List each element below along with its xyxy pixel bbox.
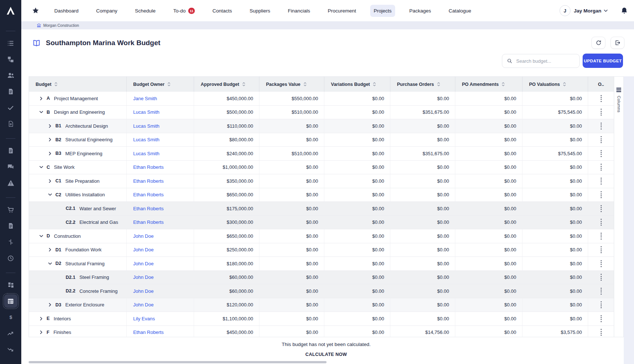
budget-owner-link[interactable]: John Doe: [133, 302, 154, 307]
budget-owner-link[interactable]: Ethan Roberts: [133, 164, 164, 170]
column-header-budget-owner[interactable]: Budget Owner: [127, 77, 194, 92]
table-row-c2-1[interactable]: C2.1Water and SewerEthan Roberts$175,000…: [29, 202, 614, 216]
table-row-c1[interactable]: C1Site PreparationEthan Roberts$350,000.…: [29, 174, 614, 188]
sidebar-item-list[interactable]: [4, 36, 18, 50]
table-row-f[interactable]: FFinishesEthan Roberts$450,000.00$0.00$0…: [29, 326, 614, 337]
sidebar-item-clock[interactable]: [4, 251, 18, 265]
collapse-chevron-icon[interactable]: [47, 193, 52, 197]
collapse-chevron-icon[interactable]: [47, 262, 52, 266]
row-menu-kebab-icon[interactable]: [598, 134, 604, 145]
table-row-c2[interactable]: C2Utilities InstallationEthan Roberts$65…: [29, 188, 614, 202]
expand-chevron-icon[interactable]: [39, 330, 44, 334]
table-row-d[interactable]: DConstructionJohn Doe$650,000.00$0.00$0.…: [29, 229, 614, 243]
chevron-down-icon[interactable]: [604, 10, 608, 12]
nav-item-to-do[interactable]: To-do11: [170, 4, 198, 17]
row-menu-kebab-icon[interactable]: [598, 175, 604, 187]
collapse-chevron-icon[interactable]: [39, 110, 44, 114]
table-row-d1[interactable]: D1Foundation WorkJohn Doe$250,000.00$0.0…: [29, 243, 614, 257]
breadcrumb-company[interactable]: Morgan Construction: [43, 23, 79, 28]
nav-item-schedule[interactable]: Schedule: [131, 5, 159, 17]
columns-panel-tab[interactable]: Columns: [614, 77, 623, 337]
sort-icon[interactable]: [563, 82, 566, 87]
expand-chevron-icon[interactable]: [39, 317, 44, 321]
sidebar-item-dollar[interactable]: $: [4, 310, 18, 324]
table-row-a[interactable]: AProject ManagementJane Smith$450,000.00…: [29, 92, 614, 106]
nav-item-procurement[interactable]: Procurement: [324, 5, 360, 17]
budget-owner-link[interactable]: Jane Smith: [133, 96, 157, 101]
budget-owner-link[interactable]: Ethan Roberts: [133, 178, 164, 184]
column-header-po-amendments[interactable]: PO Amendments: [455, 77, 522, 92]
sidebar-item-hierarchy[interactable]: [4, 52, 18, 66]
budget-owner-link[interactable]: Lucas Smith: [133, 151, 160, 156]
table-row-b1[interactable]: B1Architectural DesignLucas Smith$110,00…: [29, 119, 614, 133]
horizontal-scrollbar[interactable]: [29, 361, 327, 363]
table-row-d2-1[interactable]: D2.1Steel FramingJohn Doe$60,000.00$0.00…: [29, 271, 614, 285]
search-input[interactable]: [516, 58, 581, 64]
export-button[interactable]: [611, 37, 624, 49]
sidebar-item-people[interactable]: [4, 69, 18, 82]
table-row-c2-2[interactable]: C2.2Electrical and GasEthan Roberts$300,…: [29, 216, 614, 230]
sidebar-item-document-2[interactable]: [4, 144, 18, 157]
sort-icon[interactable]: [373, 82, 376, 87]
budget-owner-link[interactable]: Ethan Roberts: [133, 330, 164, 335]
sort-icon[interactable]: [303, 82, 307, 87]
sidebar-item-file-upload[interactable]: [4, 117, 18, 131]
nav-item-projects[interactable]: Projects: [370, 5, 396, 17]
expand-chevron-icon[interactable]: [47, 179, 52, 183]
expand-chevron-icon[interactable]: [47, 248, 52, 252]
update-budget-button[interactable]: UPDATE BUDGET: [583, 54, 623, 68]
collapse-chevron-icon[interactable]: [39, 165, 44, 169]
budget-owner-link[interactable]: Ethan Roberts: [133, 206, 164, 211]
refresh-button[interactable]: [591, 37, 605, 49]
sidebar-item-document-3[interactable]: [4, 219, 18, 233]
sidebar-item-adjustments[interactable]: [4, 235, 18, 249]
budget-owner-link[interactable]: Lucas Smith: [133, 109, 160, 115]
column-header-packages-value[interactable]: Packages Value: [259, 77, 324, 92]
avatar[interactable]: J: [560, 5, 571, 16]
budget-owner-link[interactable]: Ethan Roberts: [133, 192, 164, 197]
row-menu-kebab-icon[interactable]: [598, 258, 604, 269]
budget-owner-link[interactable]: John Doe: [133, 233, 154, 239]
sort-icon[interactable]: [54, 82, 58, 87]
row-menu-kebab-icon[interactable]: [598, 161, 604, 173]
nav-item-company[interactable]: Company: [92, 5, 121, 17]
table-row-c[interactable]: CSite WorkEthan Roberts$1,000,000.00$0.0…: [29, 161, 614, 175]
sidebar-item-trend-up[interactable]: [4, 327, 18, 340]
sidebar-item-trend-down[interactable]: [4, 343, 18, 356]
table-row-d2[interactable]: D2Structural FramingJohn Doe$180,000.00$…: [29, 257, 614, 271]
table-row-d2-2[interactable]: D2.2Concrete FramingJohn Doe$60,000.00$0…: [29, 284, 614, 298]
budget-owner-link[interactable]: Lucas Smith: [133, 123, 160, 129]
sidebar-item-dashboard[interactable]: [4, 278, 18, 292]
table-row-b3[interactable]: B3MEP EngineeringLucas Smith$240,000.00$…: [29, 147, 614, 161]
budget-owner-link[interactable]: John Doe: [133, 261, 154, 266]
row-menu-kebab-icon[interactable]: [598, 106, 604, 118]
nav-item-contacts[interactable]: Contacts: [209, 5, 236, 17]
nav-item-suppliers[interactable]: Suppliers: [246, 5, 274, 17]
nav-item-catalogue[interactable]: Catalogue: [445, 5, 475, 17]
collapse-chevron-icon[interactable]: [39, 234, 44, 238]
row-menu-kebab-icon[interactable]: [598, 189, 604, 200]
nav-item-packages[interactable]: Packages: [405, 5, 434, 17]
column-header-o-[interactable]: O..: [588, 77, 614, 92]
table-row-b[interactable]: BDesign and EngineeringLucas Smith$500,0…: [29, 106, 614, 120]
expand-chevron-icon[interactable]: [47, 303, 52, 307]
column-header-budget[interactable]: Budget: [29, 77, 127, 92]
notifications-bell-icon[interactable]: [619, 6, 629, 15]
sidebar-item-table[interactable]: [4, 294, 18, 308]
sidebar-item-chat[interactable]: [4, 160, 18, 174]
sort-icon[interactable]: [437, 82, 440, 87]
sidebar-item-cart[interactable]: [4, 203, 18, 216]
expand-chevron-icon[interactable]: [47, 152, 52, 156]
row-menu-kebab-icon[interactable]: [598, 230, 604, 242]
expand-chevron-icon[interactable]: [47, 124, 52, 128]
row-menu-kebab-icon[interactable]: [598, 299, 604, 310]
table-row-b2[interactable]: B2Structural EngineeringLucas Smith$80,0…: [29, 133, 614, 147]
sort-icon[interactable]: [167, 82, 171, 87]
row-menu-kebab-icon[interactable]: [598, 244, 604, 255]
row-menu-kebab-icon[interactable]: [598, 93, 604, 104]
budget-owner-link[interactable]: Lucas Smith: [133, 137, 160, 142]
nav-item-financials[interactable]: Financials: [284, 5, 314, 17]
budget-owner-link[interactable]: John Doe: [133, 288, 154, 294]
table-row-e[interactable]: EInteriorsLily Evans$1,100,000.00$0.00$0…: [29, 312, 614, 326]
table-row-d3[interactable]: D3Exterior EnclosureJohn Doe$120,000.00$…: [29, 298, 614, 312]
